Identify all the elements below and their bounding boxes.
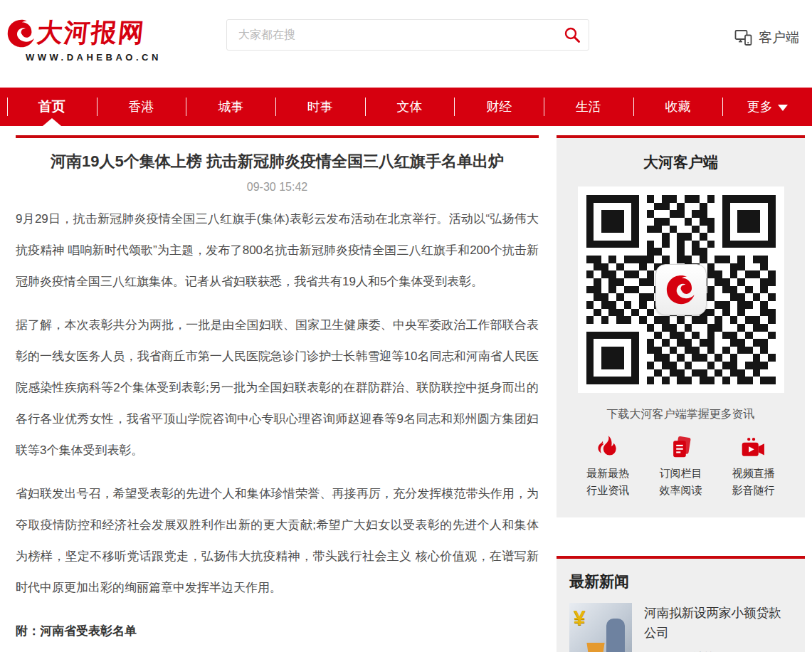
qr-code (578, 186, 784, 393)
nav-label: 城事 (218, 98, 243, 115)
article-paragraph: 9月29日，抗击新冠肺炎疫情全国三八红旗手(集体)表彰云发布活动在北京举行。活动… (16, 204, 539, 298)
nav-item-collection[interactable]: 收藏 (633, 88, 723, 126)
nav-label: 更多 (747, 98, 773, 115)
search-icon (563, 26, 581, 44)
feature-label: 影音随行 (732, 482, 775, 499)
feature-label: 最新最热 (586, 465, 629, 482)
figure-shape (606, 619, 625, 652)
flame-icon (596, 435, 620, 462)
feature-label: 效率阅读 (660, 482, 702, 499)
dahe-swirl-icon (6, 18, 37, 49)
article: 河南19人5个集体上榜 抗击新冠肺炎疫情全国三八红旗手名单出炉 09-30 15… (16, 135, 539, 652)
logo-url: WWW.DAHEBAO.CN (6, 52, 162, 63)
bucket-shape (585, 643, 606, 652)
site-logo[interactable]: 大河报网 WWW.DAHEBAO.CN (6, 16, 162, 63)
client-features: 最新最热 行业资讯 订阅栏目 效率阅读 (557, 435, 805, 499)
devices-icon (734, 29, 753, 46)
nav-label: 生活 (576, 98, 601, 115)
nav-item-current-affairs[interactable]: 时事 (275, 88, 365, 126)
nav-label: 香港 (129, 98, 154, 115)
feature-subscribe: 订阅栏目 效率阅读 (660, 435, 702, 499)
feature-label: 订阅栏目 (660, 465, 702, 482)
main-nav: 首页 香港 城事 时事 文体 财经 生活 收藏 更多 (0, 88, 812, 126)
dahe-swirl-icon (665, 273, 697, 306)
article-paragraph: 省妇联发出号召，希望受表彰的先进个人和集体珍惜荣誉、再接再厉，充分发挥模范带头作… (16, 478, 539, 604)
client-app-link[interactable]: 客户端 (734, 28, 799, 47)
nav-item-finance[interactable]: 财经 (454, 88, 544, 126)
feature-label: 行业资讯 (586, 482, 629, 499)
nav-label: 收藏 (665, 98, 691, 115)
chevron-down-icon (778, 105, 788, 111)
nav-label: 时事 (307, 98, 333, 115)
client-box-title: 大河客户端 (557, 152, 805, 172)
active-tab-caret (43, 118, 61, 126)
search-box (226, 19, 589, 51)
client-app-box: 大河客户端 下载大河客户端掌握更多资讯 最新最热 行业资讯 (557, 135, 805, 517)
search-input[interactable] (227, 20, 556, 50)
news-thumbnail[interactable]: ¥ (569, 603, 632, 652)
search-button[interactable] (556, 20, 589, 50)
nav-item-hongkong[interactable]: 香港 (97, 88, 186, 126)
article-top-rule (16, 135, 539, 138)
video-icon (740, 435, 767, 462)
nav-item-more[interactable]: 更多 (722, 88, 812, 126)
nav-item-culture-sports[interactable]: 文体 (365, 88, 455, 126)
feature-label: 视频直播 (732, 465, 775, 482)
appendix-heading: 附：河南省受表彰名单 (16, 616, 539, 647)
yen-glyph: ¥ (574, 606, 586, 630)
nav-label: 文体 (397, 98, 423, 115)
logo-title: 大河报网 (35, 16, 147, 51)
nav-item-life[interactable]: 生活 (544, 88, 633, 126)
article-date: 09-30 15:42 (16, 181, 539, 194)
subscribe-icon (669, 435, 693, 462)
news-item[interactable]: ¥ 河南拟新设两家小额贷款公司 发布于9分钟前 (569, 603, 792, 652)
site-header: 大河报网 WWW.DAHEBAO.CN 客户端 (0, 0, 812, 88)
sidebar: 大河客户端 下载大河客户端掌握更多资讯 最新最热 行业资讯 (557, 135, 805, 652)
content-area: 河南19人5个集体上榜 抗击新冠肺炎疫情全国三八红旗手名单出炉 09-30 15… (0, 126, 812, 652)
news-item-title[interactable]: 河南拟新设两家小额贷款公司 (644, 603, 792, 643)
feature-video: 视频直播 影音随行 (732, 435, 775, 499)
nav-label: 财经 (486, 98, 512, 115)
nav-item-city[interactable]: 城事 (186, 88, 275, 126)
qr-center-logo (655, 264, 707, 315)
feature-hot-news: 最新最热 行业资讯 (586, 435, 629, 499)
article-paragraph: 据了解，本次表彰共分为两批，一批是由全国妇联、国家卫生健康委、中央军委政治工作部… (16, 310, 539, 466)
nav-item-home[interactable]: 首页 (7, 88, 97, 126)
nav-label: 首页 (38, 98, 65, 116)
latest-news-box: 最新新闻 ¥ 河南拟新设两家小额贷款公司 发布于9分钟前 (557, 556, 805, 652)
qr-caption: 下载大河客户端掌握更多资讯 (557, 407, 805, 422)
article-body: 9月29日，抗击新冠肺炎疫情全国三八红旗手(集体)表彰云发布活动在北京举行。活动… (16, 204, 539, 652)
article-title: 河南19人5个集体上榜 抗击新冠肺炎疫情全国三八红旗手名单出炉 (16, 151, 539, 172)
latest-news-title: 最新新闻 (569, 572, 792, 591)
client-label: 客户端 (759, 28, 799, 47)
